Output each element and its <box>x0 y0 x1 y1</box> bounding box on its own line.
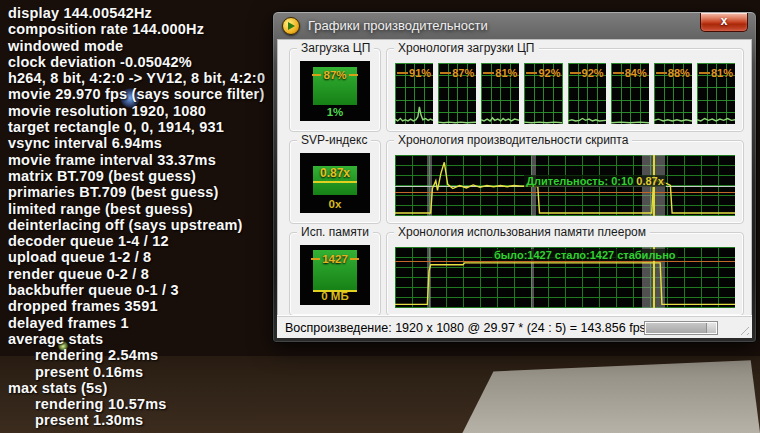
group-memory-usage: Исп. памяти 1427 0 МБ <box>289 232 381 316</box>
osd-line: backbuffer queue 0-1 / 3 <box>8 282 265 298</box>
osd-line: h264, 8 bit, 4:2:0 -> YV12, 8 bit, 4:2:0 <box>8 70 265 86</box>
performance-graphs-window: Графики производительности x Загрузка ЦП… <box>272 11 757 343</box>
screen: display 144.00542Hzcomposition rate 144.… <box>0 0 760 433</box>
group-label: Исп. памяти <box>297 225 373 239</box>
svp-index-text: 0.87x <box>636 175 664 187</box>
cpu-current-value: 1% <box>300 106 370 118</box>
close-button[interactable]: x <box>700 13 748 32</box>
svp-app-icon <box>282 17 300 35</box>
cpu-core-trace <box>654 63 692 124</box>
status-bar: Воспроизведение: 1920 x 1080 @ 29.97 * (… <box>277 316 752 338</box>
osd-line: primaries BT.709 (best guess) <box>8 184 265 200</box>
group-label: Хронология загрузки ЦП <box>394 41 539 55</box>
svp-index-value: 0.87x <box>300 166 370 180</box>
osd-line: average stats <box>8 331 265 347</box>
osd-line: composition rate 144.000Hz <box>8 21 265 37</box>
osd-line: decoder queue 1-4 / 12 <box>8 233 265 249</box>
cpu-core-graph: 92% <box>568 63 606 124</box>
duration-text: Длительность: 0:10 <box>526 175 633 187</box>
osd-line: windowed mode <box>8 38 265 54</box>
svp-marker-line <box>313 181 357 183</box>
cpu-core-trace <box>395 63 433 124</box>
playback-status-text: Воспроизведение: 1920 x 1080 @ 29.97 * (… <box>285 321 646 335</box>
cpu-history-graphs: 91%87%81%92%92%84%88%81% <box>395 63 735 124</box>
title-bar[interactable]: Графики производительности <box>273 12 756 39</box>
window-client-area: Загрузка ЦП 87% 1% Хронология загрузки Ц… <box>277 39 752 338</box>
resize-grip[interactable] <box>737 323 749 335</box>
osd-line: present 1.30ms <box>8 412 265 428</box>
cpu-core-graph: 88% <box>654 63 692 124</box>
group-label: SVP-индекс <box>297 133 371 147</box>
memory-current-value: 0 МБ <box>300 290 370 302</box>
memory-history-graph: было:1427 стало:1427 стабильно <box>395 247 735 308</box>
cpu-core-trace <box>481 63 519 124</box>
slider-thumb[interactable] <box>706 323 716 333</box>
cpu-core-graph: 87% <box>438 63 476 124</box>
memory-peak-marker: 1427 <box>303 253 367 265</box>
osd-line: movie 29.970 fps (says source filter) <box>8 86 265 102</box>
osd-line: present 0.16ms <box>8 364 265 380</box>
osd-line: target rectangle 0, 0, 1914, 931 <box>8 119 265 135</box>
osd-line: rendering 10.57ms <box>8 396 265 412</box>
svp-index-gauge: 0.87x 0x <box>300 153 370 213</box>
group-label: Хронология производительности скрипта <box>394 133 632 147</box>
osd-line: upload queue 1-2 / 8 <box>8 249 265 265</box>
osd-line: limited range (best guess) <box>8 201 265 217</box>
osd-line: render queue 0-2 / 8 <box>8 266 265 282</box>
osd-line: clock deviation -0.05042% <box>8 54 265 70</box>
cpu-core-trace <box>524 63 562 124</box>
group-svp-index: SVP-индекс 0.87x 0x <box>289 140 381 224</box>
cpu-core-graph: 91% <box>395 63 433 124</box>
group-label: Загрузка ЦП <box>297 41 374 55</box>
osd-line: movie frame interval 33.37ms <box>8 152 265 168</box>
osd-line: movie resolution 1920, 1080 <box>8 103 265 119</box>
cpu-core-graph: 84% <box>611 63 649 124</box>
osd-line: max stats (5s) <box>8 380 265 396</box>
cpu-load-gauge: 87% 1% <box>300 61 370 121</box>
osd-line: delayed frames 1 <box>8 315 265 331</box>
cpu-core-trace <box>611 63 649 124</box>
svp-current-value: 0x <box>300 198 370 210</box>
group-cpu-load: Загрузка ЦП 87% 1% <box>289 48 381 132</box>
cpu-core-trace <box>697 63 735 124</box>
osd-line: dropped frames 3591 <box>8 298 265 314</box>
window-title: Графики производительности <box>308 18 488 33</box>
history-scale-slider[interactable] <box>644 321 718 335</box>
cpu-peak-marker: 87% <box>303 69 367 81</box>
group-script-performance-history: Хронология производительности скрипта Дл… <box>386 140 744 224</box>
tick-line <box>312 74 321 76</box>
osd-line: deinterlacing off (says upstream) <box>8 217 265 233</box>
cpu-core-graph: 92% <box>524 63 562 124</box>
memory-peak-value: 1427 <box>322 253 348 265</box>
duration-annotation: Длительность: 0:10 0.87x <box>524 175 666 187</box>
group-memory-history: Хронология использования памяти плеером … <box>386 232 744 316</box>
cpu-core-graph: 81% <box>697 63 735 124</box>
group-cpu-history: Хронология загрузки ЦП 91%87%81%92%92%84… <box>386 48 744 132</box>
osd-line: matrix BT.709 (best guess) <box>8 168 265 184</box>
tick-line <box>311 258 320 260</box>
osd-line: rendering 2.54ms <box>8 347 265 363</box>
cpu-core-trace <box>438 63 476 124</box>
cpu-core-graph: 81% <box>481 63 519 124</box>
memory-annotation: было:1427 стало:1427 стабильно <box>492 249 678 261</box>
slider-fill <box>646 323 706 333</box>
osd-line: display 144.00542Hz <box>8 5 265 21</box>
script-performance-graph: Длительность: 0:10 0.87x <box>395 155 735 216</box>
cpu-peak-value: 87% <box>323 69 346 81</box>
tick-line <box>350 258 359 260</box>
memory-status-text: было:1427 стало:1427 стабильно <box>494 249 676 261</box>
osd-line: vsync interval 6.94ms <box>8 135 265 151</box>
cpu-core-trace <box>568 63 606 124</box>
memory-usage-gauge: 1427 0 МБ <box>300 245 370 305</box>
renderer-stats-osd: display 144.00542Hzcomposition rate 144.… <box>8 5 265 429</box>
tick-line <box>349 74 358 76</box>
group-label: Хронология использования памяти плеером <box>394 225 650 239</box>
